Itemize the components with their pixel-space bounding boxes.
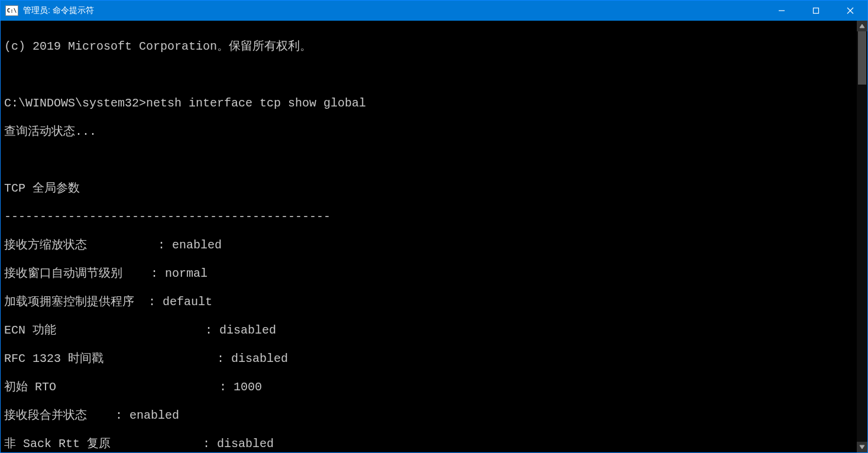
vertical-scrollbar[interactable]	[857, 21, 867, 452]
client-area: (c) 2019 Microsoft Corporation。保留所有权利。 C…	[1, 21, 867, 452]
prompt-path: C:\WINDOWS\system32>	[4, 96, 146, 110]
blank-line	[4, 68, 857, 82]
param-line: 接收方缩放状态 : enabled	[4, 238, 857, 253]
param-line: ECN 功能 : disabled	[4, 323, 857, 338]
scrollbar-track[interactable]	[857, 31, 867, 442]
chevron-up-icon	[859, 23, 865, 29]
command-1: netsh interface tcp show global	[146, 96, 366, 110]
window-title: 管理员: 命令提示符	[23, 5, 94, 16]
param-line: RFC 1323 时间戳 : disabled	[4, 352, 857, 366]
copyright-line: (c) 2019 Microsoft Corporation。保留所有权利。	[4, 40, 857, 54]
maximize-button[interactable]	[799, 1, 833, 21]
scroll-up-button[interactable]	[857, 21, 867, 31]
scrollbar-thumb[interactable]	[858, 31, 866, 85]
titlebar[interactable]: C:\ 管理员: 命令提示符	[1, 1, 867, 21]
close-button[interactable]	[833, 1, 867, 21]
param-line: 加载项拥塞控制提供程序 : default	[4, 295, 857, 309]
minimize-button[interactable]	[765, 1, 799, 21]
param-line: 初始 RTO : 1000	[4, 380, 857, 394]
svg-rect-1	[814, 8, 819, 14]
cmd-window: C:\ 管理员: 命令提示符 (c) 2019 Microsoft Corpor…	[0, 0, 868, 453]
minimize-icon	[778, 7, 785, 14]
divider-line: ----------------------------------------…	[4, 210, 857, 224]
scroll-down-button[interactable]	[857, 442, 867, 452]
app-icon: C:\	[5, 5, 18, 16]
blank-line	[4, 153, 857, 167]
section-title: TCP 全局参数	[4, 182, 857, 196]
app-icon-label: C:\	[7, 8, 17, 14]
param-line: 接收段合并状态 : enabled	[4, 409, 857, 423]
close-icon	[847, 7, 854, 14]
maximize-icon	[812, 7, 820, 14]
chevron-down-icon	[859, 444, 865, 450]
param-line: 接收窗口自动调节级别 : normal	[4, 267, 857, 281]
prompt-line-1: C:\WINDOWS\system32>netsh interface tcp …	[4, 96, 857, 111]
svg-marker-4	[860, 24, 864, 28]
querying-line: 查询活动状态...	[4, 125, 857, 139]
param-line: 非 Sack Rtt 复原 : disabled	[4, 437, 857, 451]
svg-marker-5	[860, 445, 864, 449]
terminal-output[interactable]: (c) 2019 Microsoft Corporation。保留所有权利。 C…	[1, 21, 857, 452]
